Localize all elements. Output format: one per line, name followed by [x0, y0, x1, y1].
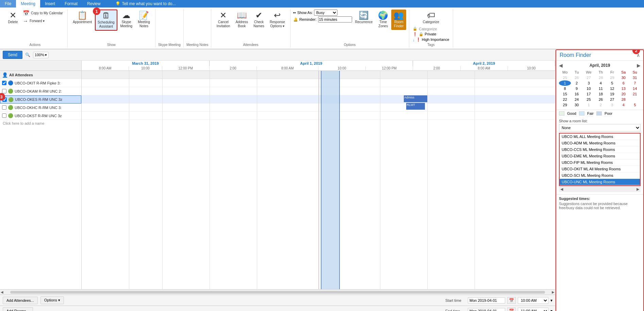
cal-day[interactable]: 27: [607, 97, 618, 102]
scroll-left-arrow[interactable]: ◀: [1, 290, 3, 294]
cal-day[interactable]: 25: [559, 75, 571, 80]
room-scroll-right[interactable]: ▶: [637, 187, 639, 191]
end-date-input[interactable]: [468, 308, 505, 311]
cal-day[interactable]: 16: [571, 91, 582, 97]
address-book-button[interactable]: 📖 AddressBook: [233, 10, 250, 30]
tab-meeting[interactable]: Meeting: [16, 0, 40, 7]
room-list-dropdown[interactable]: None UBCO ML ALL Meeting Rooms UBCO-ADM …: [559, 124, 641, 131]
room-item-6[interactable]: UBCO-OKIT ML All Meeting Rooms: [560, 166, 640, 172]
cal-day[interactable]: 29: [559, 102, 571, 108]
cal-day[interactable]: 22: [559, 97, 571, 102]
scroll-right-arrow[interactable]: ▶: [552, 290, 555, 294]
delete-button[interactable]: ✕ Delete: [5, 10, 20, 26]
tab-file[interactable]: File: [0, 0, 16, 7]
cal-day[interactable]: 15: [559, 91, 571, 97]
private-row[interactable]: 🔒 Categorize: [412, 26, 450, 31]
recurrence-button[interactable]: 🔄 Recurrence: [353, 10, 375, 26]
cal-day[interactable]: 8: [559, 86, 571, 91]
add-name-row[interactable]: Click here to add a name: [0, 120, 81, 127]
att2-checkbox[interactable]: [2, 89, 6, 93]
cal-day[interactable]: 5: [629, 102, 641, 108]
low-importance-row[interactable]: ↓ ❗ High Importance: [412, 37, 450, 42]
meeting-notes-button[interactable]: 📝 MeetingNotes: [135, 10, 152, 30]
cal-day-today[interactable]: 1: [559, 80, 571, 86]
show-as-select[interactable]: Busy Free Tentative Away: [314, 10, 337, 16]
att5-checkbox[interactable]: [2, 113, 6, 118]
cal-day[interactable]: 6: [618, 80, 629, 86]
skype-meeting-button[interactable]: ☁ SkypeMeeting: [118, 10, 135, 30]
att4-checkbox[interactable]: [2, 105, 6, 110]
cal-day[interactable]: 25: [582, 97, 595, 102]
cal-day[interactable]: 30: [618, 75, 629, 80]
tab-format[interactable]: Format: [60, 0, 82, 7]
cal-day[interactable]: 29: [607, 75, 618, 80]
ribbon-search[interactable]: 💡 Tell me what you want to do...: [112, 0, 180, 7]
reminder-input[interactable]: [318, 16, 352, 22]
time-zones-button[interactable]: 🌍 TimeZones: [376, 10, 391, 30]
tab-review[interactable]: Review: [82, 0, 105, 7]
room-item-7[interactable]: UBCO-SCI ML Meeting Rooms: [560, 172, 640, 179]
cal-day[interactable]: 21: [629, 91, 641, 97]
room-item-3[interactable]: UBCO-CCS ML Meeting Rooms: [560, 146, 640, 153]
end-time-select[interactable]: 11:00 AM 11:30 AM 12:00 PM: [518, 308, 548, 311]
categorize-button[interactable]: 🏷 Categorize: [412, 10, 450, 26]
cal-day[interactable]: 20: [618, 91, 629, 97]
cal-day[interactable]: 2: [571, 80, 582, 86]
cal-day[interactable]: 4: [618, 102, 629, 108]
high-importance-row[interactable]: ❗ 🔒 Private: [412, 32, 450, 37]
timeline-grid[interactable]: Admiss RLMT: [82, 71, 555, 289]
add-rooms-button[interactable]: Add Rooms...: [3, 307, 33, 311]
cal-day[interactable]: 10: [582, 86, 595, 91]
scrollbar-thumb[interactable]: [10, 291, 545, 294]
room-item-5[interactable]: UBCO-FIP ML Meeting Rooms: [560, 159, 640, 166]
response-options-button[interactable]: ↩ ResponseOptions ▾: [267, 10, 287, 30]
cal-day[interactable]: 5: [607, 80, 618, 86]
cal-day[interactable]: 2: [595, 102, 606, 108]
cal-day[interactable]: 24: [571, 97, 582, 102]
cal-day[interactable]: 28: [595, 75, 606, 80]
att1-checkbox[interactable]: [2, 81, 6, 85]
cal-day[interactable]: 9: [571, 86, 582, 91]
add-attendees-button[interactable]: Add Attendees...: [3, 297, 38, 304]
cal-day[interactable]: 18: [595, 91, 606, 97]
cal-next-button[interactable]: ▶: [637, 63, 641, 68]
cal-day[interactable]: 1: [582, 102, 595, 108]
start-date-picker-button[interactable]: 📅: [507, 297, 516, 304]
cal-day[interactable]: 27: [582, 75, 595, 80]
send-button[interactable]: Send: [3, 51, 22, 59]
room-item-2[interactable]: UBCO-ADM ML Meeting Rooms: [560, 140, 640, 146]
copy-to-calendar-button[interactable]: 📅 Copy to My Calendar: [21, 10, 65, 17]
room-item-1[interactable]: UBCO ML ALL Meeting Rooms: [560, 134, 640, 140]
attendee-row-3[interactable]: 3 🟢 UBCO-OKES R-RM UNC 3z: [0, 95, 81, 104]
cal-day[interactable]: 14: [629, 86, 641, 91]
cal-day[interactable]: 28: [618, 97, 629, 102]
cal-day[interactable]: [629, 97, 641, 102]
cancel-invitation-button[interactable]: ✕ CancelInvitation: [214, 10, 232, 30]
cal-day[interactable]: 12: [607, 86, 618, 91]
start-time-select[interactable]: 10:00 AM 10:30 AM 11:00 AM: [518, 297, 548, 304]
cal-day[interactable]: 31: [629, 75, 641, 80]
end-date-picker-button[interactable]: 📅: [507, 308, 516, 311]
check-names-button[interactable]: ✔ CheckNames: [251, 10, 267, 30]
cal-day[interactable]: 7: [629, 80, 641, 86]
horizontal-scrollbar[interactable]: ◀ ▶: [0, 289, 555, 295]
appointment-button[interactable]: 📋 Appointment: [70, 10, 94, 26]
cal-day[interactable]: 17: [582, 91, 595, 97]
forward-button[interactable]: → Forward ▾: [21, 17, 65, 25]
room-finder-button[interactable]: 👥 RoomFinder: [391, 10, 406, 30]
tab-insert[interactable]: Insert: [40, 0, 60, 7]
cal-day[interactable]: 3: [607, 102, 618, 108]
cal-day[interactable]: 13: [618, 86, 629, 91]
room-scroll-left[interactable]: ◀: [560, 187, 563, 191]
cal-day[interactable]: 11: [595, 86, 606, 91]
cal-day[interactable]: 30: [571, 102, 582, 108]
cal-day[interactable]: 19: [607, 91, 618, 97]
cal-day[interactable]: 26: [595, 97, 606, 102]
room-item-4[interactable]: UBCO-EME ML Meeting Rooms: [560, 153, 640, 159]
zoom-control[interactable]: 100% ▾: [33, 52, 49, 58]
cal-day[interactable]: 26: [571, 75, 582, 80]
start-date-input[interactable]: [468, 297, 505, 304]
options-button[interactable]: Options ▾: [40, 296, 64, 304]
cal-prev-button[interactable]: ◀: [559, 63, 563, 68]
cal-day[interactable]: 4: [595, 80, 606, 86]
